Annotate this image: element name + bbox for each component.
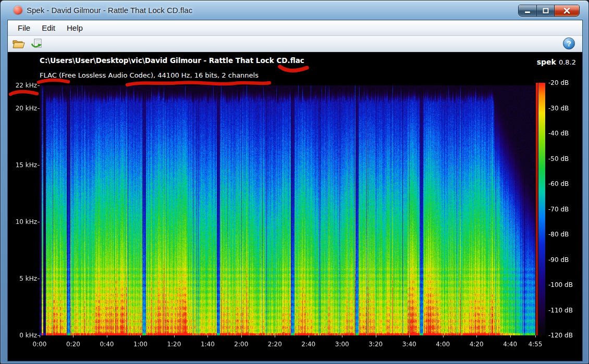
- time-tick-label: 4:20: [464, 341, 489, 348]
- time-tick-label: 3:40: [397, 341, 422, 348]
- freq-tick-mark: [38, 222, 40, 222]
- time-tick-label: 1:40: [195, 341, 220, 348]
- legend-tick-label: -70 dB: [548, 205, 569, 214]
- format-info-label: FLAC (Free Lossless Audio Codec), 44100 …: [40, 71, 259, 79]
- menu-item-help[interactable]: Help: [61, 22, 89, 34]
- pen-underline-44100hz-16bits: [127, 82, 269, 85]
- time-tick-label: 0:20: [60, 341, 85, 348]
- save-button[interactable]: [29, 37, 45, 51]
- app-version: 0.8.2: [559, 58, 576, 66]
- time-tick-mark: [535, 335, 536, 337]
- client-area: File Edit Help: [7, 20, 583, 361]
- legend-tick-label: -40 dB: [548, 129, 569, 137]
- pen-underline-cd-flac: [280, 67, 307, 70]
- content-area: C:\Users\User\Desktop\vic\David Gilmour …: [8, 52, 582, 361]
- time-tick-label: 3:00: [329, 341, 354, 348]
- minimize-button[interactable]: [519, 5, 536, 16]
- close-button[interactable]: [554, 5, 579, 16]
- freq-tick-label: 20 kHz: [8, 104, 37, 112]
- time-tick-mark: [140, 335, 141, 337]
- menu-item-edit[interactable]: Edit: [36, 22, 61, 34]
- app-version-label: spek0.8.2: [537, 57, 576, 67]
- toolbar: ?: [8, 36, 582, 52]
- freq-tick-mark: [38, 165, 40, 166]
- time-tick-label: 4:55: [523, 341, 548, 348]
- freq-tick-mark: [38, 108, 40, 109]
- time-tick-mark: [309, 335, 309, 337]
- time-tick-mark: [342, 335, 342, 337]
- time-tick-mark: [443, 335, 444, 337]
- freq-tick-label: 0 kHz: [8, 331, 37, 340]
- time-tick-mark: [275, 335, 275, 337]
- freq-tick-label: 22 kHz: [8, 81, 37, 90]
- time-tick-label: 1:20: [162, 341, 187, 348]
- time-tick-mark: [376, 335, 376, 337]
- legend-tick-label: -80 dB: [548, 230, 569, 239]
- legend-tick-label: -20 dB: [548, 79, 569, 87]
- app-window: Spek - David Gilmour - Rattle That Lock …: [0, 0, 589, 364]
- time-tick-label: 2:20: [262, 341, 287, 348]
- help-icon: ?: [567, 40, 571, 48]
- menu-item-file[interactable]: File: [12, 22, 36, 34]
- time-tick-mark: [73, 335, 73, 337]
- open-file-button[interactable]: [11, 37, 27, 51]
- time-tick-mark: [476, 335, 477, 337]
- red-pen-vertical-line: [536, 83, 538, 335]
- legend-tick-label: -50 dB: [548, 155, 569, 163]
- freq-tick-label: 15 kHz: [8, 161, 37, 169]
- maximize-button[interactable]: [536, 5, 554, 16]
- close-icon: [563, 8, 570, 14]
- time-tick-mark: [241, 335, 242, 337]
- spectrogram: [40, 85, 535, 335]
- time-tick-label: 4:40: [498, 341, 523, 348]
- app-icon: [14, 6, 22, 15]
- time-tick-label: 2:40: [296, 341, 321, 348]
- pen-underline-flac: [39, 80, 68, 82]
- time-tick-mark: [207, 335, 208, 337]
- time-tick-label: 0:40: [94, 341, 119, 348]
- freq-tick-mark: [38, 85, 40, 86]
- time-tick-mark: [40, 335, 40, 337]
- time-tick-mark: [409, 335, 410, 337]
- pen-underline-22khz: [10, 92, 37, 94]
- title-bar[interactable]: Spek - David Gilmour - Rattle That Lock …: [1, 1, 588, 20]
- file-path-label: C:\Users\User\Desktop\vic\David Gilmour …: [40, 56, 304, 65]
- time-tick-mark: [107, 335, 107, 337]
- save-icon: [31, 39, 43, 49]
- maximize-icon: [543, 8, 549, 14]
- window-controls: [518, 5, 580, 17]
- legend-tick-label: -60 dB: [548, 180, 569, 188]
- time-tick-label: 4:00: [431, 341, 456, 348]
- legend-colorbar: [538, 83, 545, 335]
- time-tick-label: 1:00: [128, 341, 153, 348]
- legend-tick-label: -110 dB: [548, 306, 573, 315]
- legend-tick-label: -90 dB: [548, 256, 569, 264]
- time-tick-mark: [510, 335, 511, 337]
- time-tick-label: 2:00: [229, 341, 254, 348]
- app-name: spek: [537, 58, 556, 66]
- legend-tick-label: -30 dB: [548, 104, 569, 112]
- time-tick-label: 3:20: [363, 341, 388, 348]
- freq-tick-label: 10 kHz: [8, 218, 37, 226]
- legend-tick-label: -120 dB: [548, 331, 573, 340]
- time-tick-label: 0:00: [27, 341, 52, 348]
- menu-bar: File Edit Help: [8, 20, 582, 36]
- freq-tick-label: 5 kHz: [8, 274, 37, 283]
- legend-tick-label: -100 dB: [548, 281, 573, 289]
- window-title: Spek - David Gilmour - Rattle That Lock …: [27, 1, 192, 20]
- open-folder-icon: [13, 39, 25, 49]
- time-tick-mark: [174, 335, 175, 337]
- help-button[interactable]: ?: [563, 37, 575, 49]
- minimize-icon: [524, 8, 531, 14]
- freq-tick-mark: [38, 279, 40, 279]
